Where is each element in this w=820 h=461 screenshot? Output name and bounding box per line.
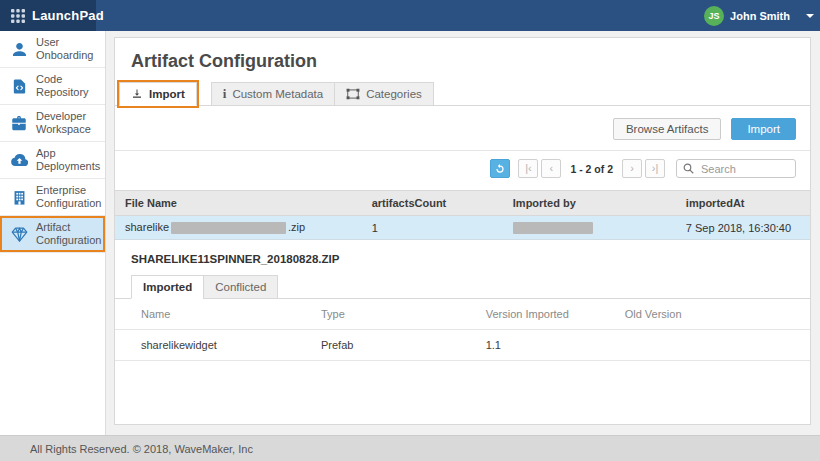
- table-row[interactable]: sharelike.zip 1 7 Sep 2018, 16:30:40: [115, 216, 810, 240]
- browse-artifacts-button[interactable]: Browse Artifacts: [613, 118, 721, 140]
- detail-tabs: Imported Conflicted: [115, 275, 810, 299]
- tab-label: Imported: [143, 281, 192, 293]
- sidebar-item-code-repository[interactable]: Code Repository: [0, 68, 105, 105]
- cell-artifacts-count: 1: [362, 216, 503, 240]
- cell-file-name: sharelike.zip: [115, 216, 362, 240]
- sidebar-item-artifact-configuration[interactable]: Artifact Configuration: [0, 216, 105, 253]
- tab-label: Conflicted: [215, 281, 266, 293]
- sidebar-item-label: Developer Workspace: [36, 110, 99, 136]
- redacted-text: [171, 222, 286, 234]
- categories-icon: [346, 88, 360, 100]
- redacted-text: [513, 222, 593, 234]
- tab-label: Categories: [366, 88, 422, 100]
- column-type: Type: [311, 299, 476, 330]
- tab-custom-metadata[interactable]: i Custom Metadata: [211, 82, 335, 106]
- sidebar: User Onboarding Code Repository Develope…: [0, 31, 106, 435]
- detail-title: SHARELIKE11SPINNER_20180828.ZIP: [115, 240, 810, 275]
- sidebar-item-enterprise-configuration[interactable]: Enterprise Configuration: [0, 179, 105, 216]
- last-page-button[interactable]: ›|: [645, 159, 665, 178]
- main-card: Artifact Configuration Import i Custom M…: [114, 37, 811, 425]
- cell-name: sharelikewidget: [115, 330, 311, 361]
- user-menu[interactable]: JS John Smith: [704, 0, 814, 31]
- building-icon: [9, 187, 29, 207]
- column-artifacts-count[interactable]: artifactsCount: [362, 191, 503, 216]
- search-input[interactable]: [699, 162, 789, 176]
- pagination-bar: |‹ ‹ 1 - 2 of 2 › ›|: [115, 151, 810, 186]
- cloud-upload-icon: [9, 150, 29, 170]
- cell-old-version: [615, 330, 810, 361]
- user-name: John Smith: [730, 10, 790, 22]
- column-name: Name: [115, 299, 311, 330]
- briefcase-icon: [9, 113, 29, 133]
- first-page-button[interactable]: |‹: [518, 159, 538, 178]
- sidebar-item-label: Enterprise Configuration: [36, 184, 101, 210]
- cell-imported-at: 7 Sep 2018, 16:30:40: [676, 216, 810, 240]
- code-file-icon: [9, 76, 29, 96]
- top-header: LaunchPad JS John Smith: [0, 0, 820, 31]
- artifacts-table: File Name artifactsCount Imported by imp…: [115, 190, 810, 240]
- main-tabs: Import i Custom Metadata Categories: [115, 82, 810, 106]
- page-range: 1 - 2 of 2: [570, 163, 613, 175]
- cell-version-imported: 1.1: [476, 330, 615, 361]
- diamond-icon: [9, 224, 29, 244]
- tab-import[interactable]: Import: [119, 82, 197, 106]
- avatar: JS: [704, 6, 724, 26]
- search-box: [676, 159, 796, 178]
- tab-label: Import: [149, 88, 185, 100]
- page: { "header": { "app_name": "LaunchPad", "…: [0, 0, 820, 461]
- sidebar-item-user-onboarding[interactable]: User Onboarding: [0, 31, 105, 68]
- toolbar: Browse Artifacts Import: [115, 106, 810, 151]
- tab-label: Custom Metadata: [232, 88, 323, 100]
- table-header-row: File Name artifactsCount Imported by imp…: [115, 191, 810, 216]
- column-file-name[interactable]: File Name: [115, 191, 362, 216]
- column-imported-at[interactable]: importedAt: [676, 191, 810, 216]
- detail-header-row: Name Type Version Imported Old Version: [115, 299, 810, 330]
- sidebar-item-label: Artifact Configuration: [36, 221, 101, 247]
- refresh-button[interactable]: [490, 159, 510, 178]
- cell-type: Prefab: [311, 330, 476, 361]
- sidebar-item-label: User Onboarding: [36, 36, 99, 62]
- prev-page-button[interactable]: ‹: [541, 159, 561, 178]
- detail-table: Name Type Version Imported Old Version s…: [115, 299, 810, 361]
- tab-conflicted[interactable]: Conflicted: [203, 275, 278, 299]
- next-page-button[interactable]: ›: [622, 159, 642, 178]
- page-title: Artifact Configuration: [115, 38, 810, 82]
- column-imported-by[interactable]: Imported by: [503, 191, 676, 216]
- import-tab-content: Browse Artifacts Import |‹ ‹ 1 - 2 of 2 …: [115, 105, 810, 361]
- app-grid-icon[interactable]: [10, 8, 26, 24]
- user-icon: [9, 39, 29, 59]
- footer-text: All Rights Reserved. © 2018, WaveMaker, …: [30, 443, 253, 455]
- sidebar-item-developer-workspace[interactable]: Developer Workspace: [0, 105, 105, 142]
- footer: All Rights Reserved. © 2018, WaveMaker, …: [0, 435, 820, 461]
- import-button[interactable]: Import: [731, 118, 796, 140]
- column-old-version: Old Version: [615, 299, 810, 330]
- cell-imported-by: [503, 216, 676, 240]
- download-icon: [131, 88, 143, 100]
- app-title: LaunchPad: [32, 8, 104, 23]
- search-icon: [683, 163, 694, 174]
- tab-imported[interactable]: Imported: [131, 275, 204, 299]
- info-icon: i: [223, 88, 227, 100]
- chevron-down-icon: [806, 14, 814, 18]
- sidebar-item-label: App Deployments: [36, 147, 100, 173]
- detail-row[interactable]: sharelikewidget Prefab 1.1: [115, 330, 810, 361]
- tab-categories[interactable]: Categories: [334, 82, 434, 106]
- sidebar-item-label: Code Repository: [36, 73, 99, 99]
- sidebar-item-app-deployments[interactable]: App Deployments: [0, 142, 105, 179]
- logo-section[interactable]: LaunchPad: [0, 0, 96, 31]
- detail-panel: SHARELIKE11SPINNER_20180828.ZIP Imported…: [115, 240, 810, 361]
- column-version-imported: Version Imported: [476, 299, 615, 330]
